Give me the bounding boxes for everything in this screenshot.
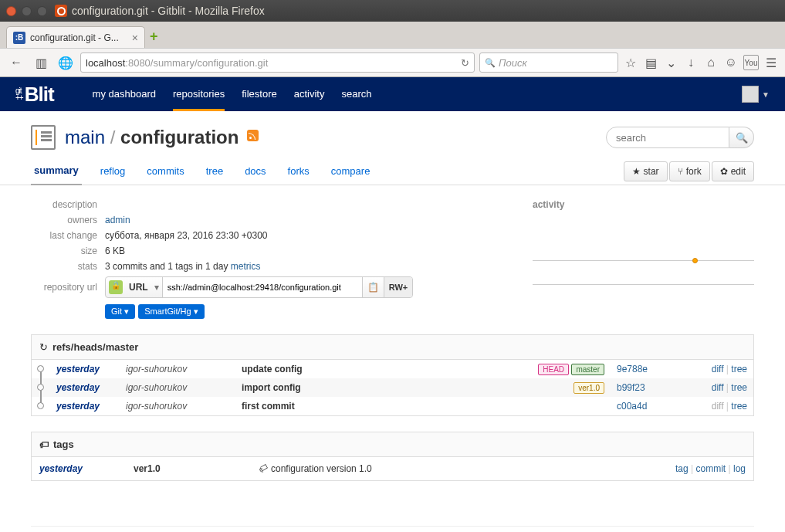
copy-icon[interactable]: 📋 [363, 282, 384, 293]
fork-button[interactable]: ⑂fork [669, 161, 710, 181]
commit-row[interactable]: yesterdayigor-suhorukovfirst commitc00a4… [32, 397, 753, 415]
url-dropdown[interactable]: ▾ [151, 282, 162, 293]
commit-hash[interactable]: 9e788e [617, 364, 648, 374]
browser-tab[interactable]: :B configuration.git - G... × [6, 26, 145, 48]
activity-heading: activity [533, 199, 754, 210]
commit-author: igor-suhorukov [120, 378, 235, 397]
firefox-icon [55, 5, 67, 17]
git-dropdown[interactable]: Git ▾ [105, 304, 135, 319]
owner-link[interactable]: admin [105, 215, 130, 225]
diff-link[interactable]: diff [712, 364, 724, 374]
tab-docs[interactable]: docs [242, 158, 269, 185]
nav-dashboard[interactable]: my dashboard [93, 88, 156, 100]
gitblit-logo[interactable]: git++Blit [15, 83, 54, 107]
reload-icon[interactable]: ↻ [461, 57, 469, 69]
smartgit-dropdown[interactable]: SmartGit/Hg ▾ [138, 304, 205, 319]
ref-label[interactable]: ver1.0 [574, 382, 604, 394]
repo-head: main / configuration 🔍 [0, 111, 785, 158]
commit-row[interactable]: yesterdayigor-suhorukovupdate configHEAD… [32, 360, 753, 378]
commit-hash[interactable]: b99f23 [617, 382, 645, 393]
user-avatar[interactable] [742, 86, 759, 103]
address-bar[interactable]: localhost:8080/summary/configuration.git… [80, 53, 475, 73]
diff-link[interactable]: diff [712, 382, 724, 393]
commit-date[interactable]: yesterday [56, 401, 100, 412]
edit-button[interactable]: ✿edit [712, 161, 754, 181]
clone-url-widget: URL ▾ 📋 RW+ [105, 276, 413, 298]
tag-link[interactable]: tag [675, 463, 689, 474]
commit-message: import config [235, 378, 510, 397]
new-tab-button[interactable]: + [150, 29, 158, 45]
downloads-icon[interactable]: ↓ [683, 55, 699, 70]
tag-icon [39, 439, 49, 450]
tab-compare[interactable]: compare [328, 158, 374, 185]
favicon-icon: :B [13, 32, 25, 44]
nav-activity[interactable]: activity [294, 88, 325, 100]
lock-icon [109, 280, 123, 294]
addon-icon[interactable]: You [743, 55, 759, 70]
tags-heading: tags [53, 439, 74, 450]
back-button[interactable]: ← [6, 53, 26, 73]
commit-date[interactable]: yesterday [56, 364, 100, 374]
label-repo-url: repository url [31, 282, 97, 293]
menu-icon[interactable]: ☰ [763, 55, 779, 70]
divider [533, 284, 754, 285]
label-stats: stats [31, 261, 97, 272]
refresh-icon[interactable] [39, 341, 48, 353]
pocket-icon[interactable]: ⌄ [663, 55, 678, 70]
repo-parent[interactable]: main [65, 127, 105, 147]
metrics-link[interactable]: metrics [231, 261, 261, 272]
tab-reflog[interactable]: reflog [97, 158, 129, 185]
url-path: /summary/configuration.git [151, 57, 268, 69]
label-owners: owners [31, 215, 97, 225]
clone-url-input[interactable] [162, 277, 363, 297]
nav-search[interactable]: search [341, 88, 371, 100]
commit-date[interactable]: yesterday [56, 382, 100, 393]
tab-tree[interactable]: tree [203, 158, 226, 185]
tab-commits[interactable]: commits [144, 158, 187, 185]
repo-search-input[interactable] [606, 127, 729, 148]
rss-icon[interactable] [247, 130, 259, 141]
commit-link[interactable]: commit [696, 463, 726, 474]
tab-forks[interactable]: forks [285, 158, 313, 185]
commit-row[interactable]: yesterdayigor-suhorukovimport configver1… [32, 378, 753, 397]
home-icon[interactable]: ⌂ [703, 55, 719, 70]
commit-author: igor-suhorukov [120, 360, 235, 378]
label-last-change: last change [31, 230, 97, 241]
ref-label[interactable]: master [571, 364, 604, 375]
tag-date[interactable]: yesterday [39, 463, 83, 474]
tag-row[interactable]: yesterdayver1.0🏷configuration version 1.… [33, 459, 752, 479]
commit-message: update config [235, 360, 510, 378]
reader-button[interactable]: ▥ [31, 53, 51, 73]
nav-repositories[interactable]: repositories [173, 88, 225, 111]
user-menu-caret[interactable]: ▼ [762, 90, 770, 99]
commit-hash[interactable]: c00a4d [617, 401, 647, 412]
tree-link[interactable]: tree [731, 401, 747, 412]
label-size: size [31, 246, 97, 256]
tree-link[interactable]: tree [731, 364, 747, 374]
commits-panel: refs/heads/master yesterdayigor-suhoruko… [31, 334, 754, 416]
tree-link[interactable]: tree [731, 382, 747, 393]
window-max-button[interactable] [37, 6, 47, 16]
window-close-button[interactable] [6, 6, 16, 16]
repo-search-button[interactable]: 🔍 [729, 127, 754, 148]
fork-icon: ⑂ [678, 166, 683, 177]
bookmark-icon[interactable]: ☆ [623, 55, 638, 70]
search-placeholder: Поиск [499, 57, 527, 69]
ref-head: refs/heads/master [52, 341, 138, 353]
library-icon[interactable]: ▤ [643, 55, 658, 70]
window-min-button[interactable] [22, 6, 32, 16]
browser-search[interactable]: Поиск [479, 53, 618, 73]
star-button[interactable]: ★star [624, 161, 668, 181]
tab-summary[interactable]: summary [31, 158, 82, 185]
face-icon[interactable]: ☺ [723, 55, 739, 70]
log-link[interactable]: log [733, 463, 746, 474]
identity-icon[interactable]: 🌐 [56, 53, 76, 73]
repo-name: configuration [120, 127, 239, 147]
value-stats: 3 commits and 1 tags in 1 day [105, 261, 228, 272]
commit-author: igor-suhorukov [120, 397, 235, 415]
ref-label[interactable]: HEAD [538, 364, 569, 375]
tab-close-icon[interactable]: × [132, 32, 138, 44]
nav-filestore[interactable]: filestore [242, 88, 277, 100]
tags-panel: tags yesterdayver1.0🏷configuration versi… [31, 432, 754, 481]
value-size: 6 KB [105, 246, 486, 256]
